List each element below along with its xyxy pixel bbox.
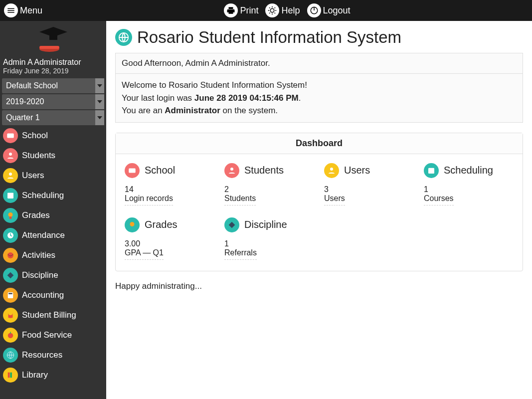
grades-icon xyxy=(125,217,140,232)
svg-marker-15 xyxy=(97,84,102,87)
nav-library[interactable]: Library xyxy=(0,365,106,385)
sidebar: Admin A Administrator Friday June 28, 20… xyxy=(0,21,106,399)
page-title-text: Rosario Student Information System xyxy=(137,28,401,47)
card-label: Students xyxy=(224,194,256,205)
nav-students[interactable]: Students xyxy=(0,146,106,166)
card-title-text: Scheduling xyxy=(444,165,493,176)
print-button[interactable]: Print xyxy=(224,3,258,17)
nav-scheduling[interactable]: Scheduling xyxy=(0,186,106,205)
grades-icon xyxy=(3,208,18,223)
nav-attendance[interactable]: Attendance xyxy=(0,225,106,245)
help-button[interactable]: Help xyxy=(265,3,300,17)
user-block: Admin A Administrator Friday June 28, 20… xyxy=(0,56,106,78)
last-login-line: Your last login was June 28 2019 04:15:4… xyxy=(122,92,517,105)
nav-attendance-label: Attendance xyxy=(22,230,65,240)
dashboard-card-scheduling[interactable]: Scheduling 1 Courses xyxy=(424,163,514,205)
nav-discipline[interactable]: Discipline xyxy=(0,265,106,285)
card-title-text: Students xyxy=(244,165,284,176)
card-value: 14 xyxy=(125,185,214,194)
card-label: Users xyxy=(324,194,345,205)
nav-grades-label: Grades xyxy=(22,210,50,220)
nav-school[interactable]: School xyxy=(0,126,106,146)
user-date: Friday June 28, 2019 xyxy=(3,67,103,75)
dashboard-card-students[interactable]: Students 2 Students xyxy=(224,163,314,205)
menu-label: Menu xyxy=(20,5,42,16)
year-selector-label: 2019-2020 xyxy=(6,97,44,106)
dashboard-panel: Dashboard School 14 Login records Studen… xyxy=(115,133,523,271)
svg-rect-34 xyxy=(10,373,12,378)
nav-resources-label: Resources xyxy=(22,350,62,360)
svg-rect-22 xyxy=(7,193,13,195)
period-selector-label: Quarter 1 xyxy=(6,113,40,122)
dashboard-card-school[interactable]: School 14 Login records xyxy=(125,163,214,205)
nav-students-label: Students xyxy=(22,151,55,161)
card-title-text: School xyxy=(145,165,175,176)
svg-point-0 xyxy=(271,8,275,12)
help-icon xyxy=(265,3,279,17)
students-icon xyxy=(224,163,239,178)
school-selector[interactable]: Default School xyxy=(2,78,104,93)
card-label: Courses xyxy=(424,194,454,205)
svg-rect-36 xyxy=(129,168,136,173)
dashboard-card-users[interactable]: Users 3 Users xyxy=(324,163,414,205)
attendance-icon xyxy=(3,228,18,243)
nav-activities[interactable]: Activities xyxy=(0,245,106,265)
svg-rect-39 xyxy=(428,168,434,173)
card-label: GPA — Q1 xyxy=(125,248,164,260)
svg-point-20 xyxy=(9,173,12,176)
nav-activities-label: Activities xyxy=(22,250,55,260)
card-value: 1 xyxy=(224,239,314,248)
greeting-box: Good Afternoon, Admin A Administrator. xyxy=(115,53,523,73)
dashboard-card-discipline[interactable]: Discipline 1 Referrals xyxy=(224,217,314,260)
logout-icon xyxy=(307,3,321,17)
menu-button[interactable]: Menu xyxy=(4,3,42,17)
nav-food-service[interactable]: Food Service xyxy=(0,325,106,345)
dashboard-card-grades[interactable]: Grades 3.00 GPA — Q1 xyxy=(125,217,214,260)
svg-rect-18 xyxy=(7,134,14,138)
nav-food-service-label: Food Service xyxy=(22,330,72,340)
svg-line-5 xyxy=(269,7,270,8)
svg-point-38 xyxy=(330,168,333,171)
students-icon xyxy=(3,148,18,163)
card-title-text: Users xyxy=(344,165,370,176)
svg-rect-33 xyxy=(8,373,10,378)
svg-point-40 xyxy=(130,222,135,226)
accounting-icon xyxy=(3,288,18,303)
print-label: Print xyxy=(240,5,258,16)
svg-rect-29 xyxy=(8,293,12,294)
period-selector[interactable]: Quarter 1 xyxy=(2,110,104,125)
resources-icon xyxy=(3,348,18,363)
nav-resources[interactable]: Resources xyxy=(0,345,106,365)
welcome-line: Welcome to Rosario Student Information S… xyxy=(122,79,517,92)
welcome-box: Welcome to Rosario Student Information S… xyxy=(115,73,523,123)
activities-icon xyxy=(3,248,18,263)
scheduling-icon xyxy=(424,163,439,178)
svg-rect-24 xyxy=(9,216,12,219)
nav-student-billing[interactable]: Student Billing xyxy=(0,305,106,325)
logo xyxy=(0,21,106,56)
nav-accounting[interactable]: Accounting xyxy=(0,285,106,305)
discipline-icon xyxy=(3,268,18,283)
print-icon xyxy=(224,3,238,17)
svg-point-26 xyxy=(7,252,13,258)
chevron-down-icon xyxy=(95,78,104,93)
nav-student-billing-label: Student Billing xyxy=(22,310,76,320)
discipline-icon xyxy=(224,217,239,232)
svg-point-37 xyxy=(230,168,233,171)
card-value: 1 xyxy=(424,185,514,194)
svg-rect-41 xyxy=(229,221,235,228)
footer-message: Happy administrating... xyxy=(115,281,523,291)
nav-discipline-label: Discipline xyxy=(22,270,58,280)
nav-scheduling-label: Scheduling xyxy=(22,191,64,200)
logout-button[interactable]: Logout xyxy=(307,3,351,17)
dashboard-title: Dashboard xyxy=(116,133,523,154)
chevron-down-icon xyxy=(95,94,104,109)
svg-point-30 xyxy=(8,333,13,339)
nav-school-label: School xyxy=(22,131,48,141)
student-billing-icon xyxy=(3,308,18,323)
nav-users[interactable]: Users xyxy=(0,166,106,186)
year-selector[interactable]: 2019-2020 xyxy=(2,94,104,109)
svg-line-6 xyxy=(275,13,276,14)
users-icon xyxy=(3,168,18,183)
nav-grades[interactable]: Grades xyxy=(0,205,106,225)
